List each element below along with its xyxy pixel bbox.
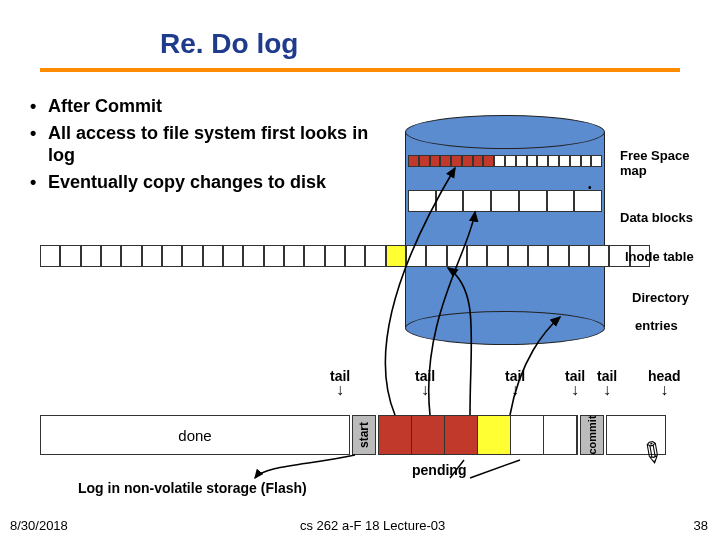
- arrows-overlay: [0, 0, 720, 540]
- footer-page-number: 38: [694, 518, 708, 533]
- bullet-item: Eventually copy changes to disk: [30, 171, 370, 194]
- free-space-map-strip: [408, 155, 602, 167]
- pointer-tail: tail↓: [565, 368, 585, 397]
- disk-cylinder: [405, 115, 605, 335]
- label-data-blocks: Data blocks: [620, 210, 693, 225]
- pointer-tail: tail↓: [597, 368, 617, 397]
- label-entries: entries: [635, 318, 678, 333]
- footer-course: cs 262 a-F 18 Lecture-03: [300, 518, 445, 533]
- pointer-tail: tail↓: [415, 368, 435, 397]
- log-marker-start: start: [352, 415, 376, 455]
- slide-title: Re. Do log: [160, 28, 298, 60]
- inode-table-strip: [40, 245, 650, 267]
- log-segment-pending: [378, 415, 578, 455]
- pointer-tail: tail↓: [505, 368, 525, 397]
- label-pending: pending: [412, 462, 466, 478]
- pointer-head: head↓: [648, 368, 681, 397]
- label-directory: Directory: [632, 290, 689, 305]
- log-marker-commit: commit: [580, 415, 604, 455]
- bullet-item: After Commit: [30, 95, 370, 118]
- label-inode-table: Inode table: [625, 249, 694, 264]
- bullet-item: All access to file system first looks in…: [30, 122, 370, 167]
- label-free-space-map: Free Space map: [620, 148, 710, 178]
- bullet-list: After Commit All access to file system f…: [30, 95, 370, 197]
- data-blocks-strip: [408, 190, 602, 212]
- label-nonvolatile: Log in non-volatile storage (Flash): [78, 480, 307, 496]
- footer-date: 8/30/2018: [10, 518, 68, 533]
- title-underline: [40, 68, 680, 72]
- log-segment-done: done: [40, 415, 350, 455]
- pointer-tail: tail↓: [330, 368, 350, 397]
